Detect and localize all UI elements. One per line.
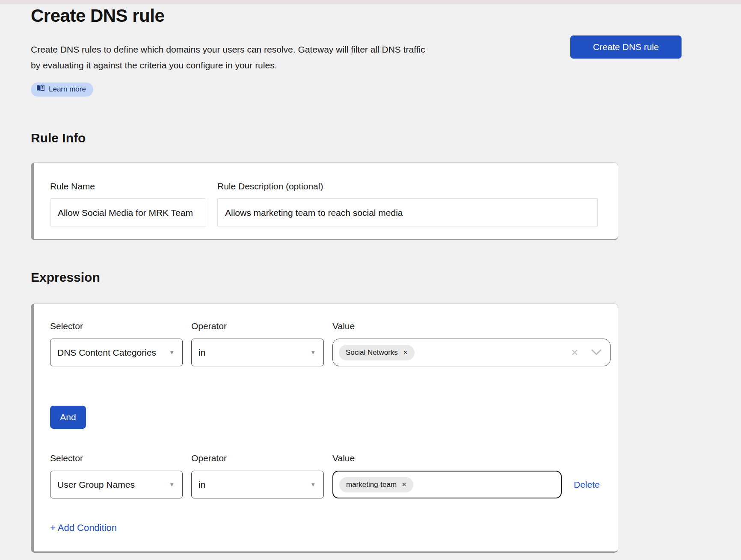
- caret-down-icon: ▼: [169, 349, 175, 356]
- page-title: Create DNS rule: [31, 6, 618, 26]
- page-description-line-1: Create DNS rules to define which domains…: [31, 41, 618, 57]
- operator-label: Operator: [191, 321, 324, 331]
- rule-info-card: Rule Name Rule Description (optional): [31, 162, 618, 240]
- expression-card: Selector Operator Value DNS Content Cate…: [31, 304, 618, 553]
- caret-down-icon: ▼: [310, 349, 316, 356]
- selector-label: Selector: [50, 453, 183, 463]
- value-label: Value: [332, 453, 562, 463]
- value-tag: Social Networks ✕: [339, 345, 415, 360]
- book-icon: [36, 85, 44, 94]
- selector-dropdown[interactable]: User Group Names ▼: [50, 471, 183, 498]
- top-strip: [0, 0, 741, 4]
- operator-dropdown[interactable]: in ▼: [191, 339, 324, 366]
- create-dns-rule-button[interactable]: Create DNS rule: [570, 35, 682, 59]
- chevron-down-icon[interactable]: [591, 349, 602, 356]
- rule-name-input[interactable]: [50, 198, 206, 227]
- value-multiselect[interactable]: Social Networks ✕ ✕: [332, 339, 611, 366]
- operator-dropdown[interactable]: in ▼: [191, 471, 324, 498]
- value-tag: marketing-team ✕: [339, 477, 413, 492]
- page-description-line-2: by evaluating it against the criteria yo…: [31, 57, 618, 73]
- condition-row-2: Selector Operator Value User Group Names…: [50, 453, 604, 498]
- selector-dropdown-value: User Group Names: [57, 480, 135, 490]
- operator-label: Operator: [191, 453, 324, 463]
- value-multiselect[interactable]: marketing-team ✕: [332, 471, 562, 498]
- selector-dropdown[interactable]: DNS Content Categories ▼: [50, 339, 183, 366]
- tag-remove-icon[interactable]: ✕: [403, 349, 408, 356]
- condition-row-1: Selector Operator Value DNS Content Cate…: [50, 321, 604, 366]
- operator-dropdown-value: in: [199, 480, 205, 490]
- learn-more-link[interactable]: Learn more: [31, 83, 93, 97]
- expression-heading: Expression: [31, 270, 618, 285]
- rule-description-label: Rule Description (optional): [217, 181, 598, 192]
- rule-description-input[interactable]: [217, 198, 598, 227]
- main-content: Create DNS rule Create DNS rules to defi…: [31, 6, 618, 553]
- learn-more-label: Learn more: [49, 85, 86, 94]
- delete-condition-link[interactable]: Delete: [574, 480, 600, 490]
- rule-info-heading: Rule Info: [31, 131, 618, 145]
- tag-remove-icon[interactable]: ✕: [402, 481, 406, 488]
- value-tag-label: Social Networks: [346, 348, 398, 357]
- page-description: Create DNS rules to define which domains…: [31, 41, 618, 73]
- clear-value-icon[interactable]: ✕: [571, 348, 578, 357]
- value-label: Value: [332, 321, 611, 331]
- caret-down-icon: ▼: [310, 481, 316, 488]
- rule-name-label: Rule Name: [50, 181, 206, 192]
- rule-description-field-group: Rule Description (optional): [217, 181, 598, 227]
- and-button[interactable]: And: [50, 406, 86, 429]
- value-tag-label: marketing-team: [346, 480, 397, 489]
- add-condition-link[interactable]: + Add Condition: [50, 522, 117, 533]
- rule-name-field-group: Rule Name: [50, 181, 206, 227]
- selector-label: Selector: [50, 321, 183, 331]
- operator-dropdown-value: in: [199, 348, 205, 358]
- selector-dropdown-value: DNS Content Categories: [57, 348, 156, 358]
- caret-down-icon: ▼: [169, 481, 175, 488]
